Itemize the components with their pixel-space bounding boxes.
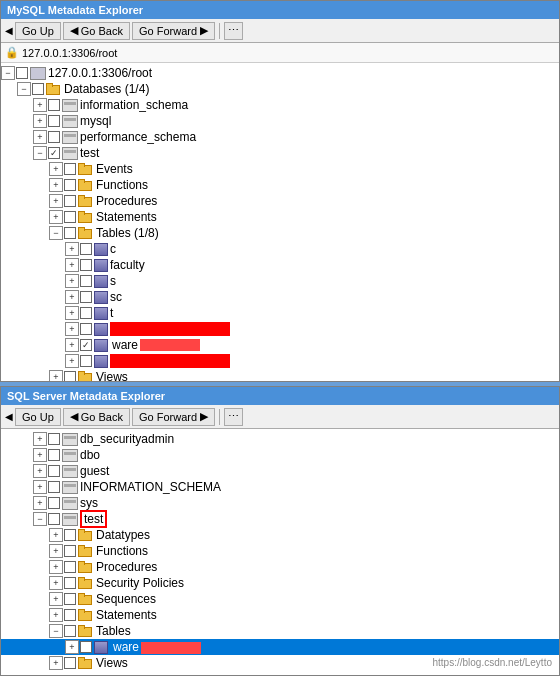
tree-item-tables[interactable]: − Tables (1/8) xyxy=(1,225,559,241)
tree-item-ware[interactable]: +ware xyxy=(1,337,559,353)
expand-button[interactable]: + xyxy=(49,162,63,176)
expand-button[interactable]: + xyxy=(33,130,47,144)
expand-button[interactable]: + xyxy=(65,306,79,320)
tree-checkbox[interactable] xyxy=(64,195,76,207)
tree-checkbox[interactable] xyxy=(48,465,60,477)
expand-button[interactable]: + xyxy=(49,608,63,622)
tree-item-information_schema[interactable]: + information_schema xyxy=(1,97,559,113)
expand-button[interactable]: − xyxy=(33,146,47,160)
tree-item-sys[interactable]: + sys xyxy=(1,495,559,511)
tree-item-procedures_ss[interactable]: + Procedures xyxy=(1,559,559,575)
tree-item-guest[interactable]: + guest xyxy=(1,463,559,479)
tree-checkbox[interactable] xyxy=(64,163,76,175)
mysql-filter-button[interactable]: ⋯ xyxy=(224,22,243,40)
expand-button[interactable]: + xyxy=(49,194,63,208)
tree-item-test[interactable]: − test xyxy=(1,145,559,161)
tree-item-mysql[interactable]: + mysql xyxy=(1,113,559,129)
tree-item-databases[interactable]: − Databases (1/4) xyxy=(1,81,559,97)
tree-item-statements_ss[interactable]: + Statements xyxy=(1,607,559,623)
expand-button[interactable]: + xyxy=(33,98,47,112)
tree-checkbox[interactable] xyxy=(64,657,76,669)
tree-checkbox[interactable] xyxy=(80,243,92,255)
expand-button[interactable]: + xyxy=(33,496,47,510)
tree-item-faculty[interactable]: +faculty xyxy=(1,257,559,273)
tree-item-functions_ss[interactable]: + Functions xyxy=(1,543,559,559)
expand-button[interactable]: + xyxy=(49,560,63,574)
tree-checkbox[interactable] xyxy=(80,641,92,653)
expand-button[interactable]: + xyxy=(33,464,47,478)
tree-checkbox[interactable] xyxy=(48,147,60,159)
tree-item-root[interactable]: −127.0.0.1:3306/root xyxy=(1,65,559,81)
sqlserver-go-forward-button[interactable]: Go Forward ▶ xyxy=(132,408,215,426)
expand-button[interactable]: + xyxy=(49,656,63,670)
expand-button[interactable]: − xyxy=(33,512,47,526)
expand-button[interactable]: + xyxy=(65,242,79,256)
tree-item-tables_ss[interactable]: − Tables xyxy=(1,623,559,639)
tree-item-db_securityadmin[interactable]: + db_securityadmin xyxy=(1,431,559,447)
tree-item-performance_schema[interactable]: + performance_schema xyxy=(1,129,559,145)
tree-checkbox[interactable] xyxy=(64,179,76,191)
tree-item-views[interactable]: + Views xyxy=(1,369,559,381)
mysql-go-forward-button[interactable]: Go Forward ▶ xyxy=(132,22,215,40)
tree-checkbox[interactable] xyxy=(64,529,76,541)
tree-checkbox[interactable] xyxy=(80,275,92,287)
expand-button[interactable]: + xyxy=(65,258,79,272)
tree-item-events[interactable]: + Events xyxy=(1,161,559,177)
tree-checkbox[interactable] xyxy=(48,497,60,509)
tree-checkbox[interactable] xyxy=(48,481,60,493)
expand-button[interactable]: + xyxy=(49,576,63,590)
expand-button[interactable]: + xyxy=(65,640,79,654)
sqlserver-go-back-button[interactable]: ◀ Go Back xyxy=(63,408,130,426)
tree-checkbox[interactable] xyxy=(48,513,60,525)
mysql-go-up-button[interactable]: Go Up xyxy=(15,22,61,40)
tree-checkbox[interactable] xyxy=(80,339,92,351)
tree-item-highlighted2[interactable]: + xyxy=(1,353,559,369)
expand-button[interactable]: + xyxy=(49,544,63,558)
mysql-go-back-button[interactable]: ◀ Go Back xyxy=(63,22,130,40)
expand-button[interactable]: − xyxy=(17,82,31,96)
expand-button[interactable]: + xyxy=(49,178,63,192)
expand-button[interactable]: + xyxy=(65,274,79,288)
expand-button[interactable]: + xyxy=(49,210,63,224)
tree-item-ware_ss[interactable]: +ware xyxy=(1,639,559,655)
expand-button[interactable]: − xyxy=(1,66,15,80)
tree-item-procedures[interactable]: + Procedures xyxy=(1,193,559,209)
expand-button[interactable]: + xyxy=(65,322,79,336)
expand-button[interactable]: + xyxy=(65,354,79,368)
tree-checkbox[interactable] xyxy=(80,307,92,319)
mysql-tree[interactable]: −127.0.0.1:3306/root− Databases (1/4)+ i… xyxy=(1,63,559,381)
tree-item-statements[interactable]: + Statements xyxy=(1,209,559,225)
tree-item-t[interactable]: +t xyxy=(1,305,559,321)
tree-checkbox[interactable] xyxy=(80,355,92,367)
tree-item-security_policies[interactable]: + Security Policies xyxy=(1,575,559,591)
sqlserver-go-up-button[interactable]: Go Up xyxy=(15,408,61,426)
tree-checkbox[interactable] xyxy=(64,227,76,239)
expand-button[interactable]: + xyxy=(49,370,63,381)
tree-checkbox[interactable] xyxy=(80,323,92,335)
expand-button[interactable]: + xyxy=(33,114,47,128)
tree-checkbox[interactable] xyxy=(32,83,44,95)
sqlserver-tree[interactable]: + db_securityadmin+ dbo+ guest+ INFORMAT… xyxy=(1,429,559,675)
expand-button[interactable]: − xyxy=(49,226,63,240)
sqlserver-filter-button[interactable]: ⋯ xyxy=(224,408,243,426)
tree-checkbox[interactable] xyxy=(64,593,76,605)
tree-checkbox[interactable] xyxy=(80,259,92,271)
expand-button[interactable]: + xyxy=(33,480,47,494)
expand-button[interactable]: + xyxy=(33,448,47,462)
expand-button[interactable]: + xyxy=(33,432,47,446)
tree-item-datatypes[interactable]: + Datatypes xyxy=(1,527,559,543)
tree-checkbox[interactable] xyxy=(64,211,76,223)
tree-item-s[interactable]: +s xyxy=(1,273,559,289)
expand-button[interactable]: + xyxy=(65,290,79,304)
expand-button[interactable]: + xyxy=(65,338,79,352)
tree-checkbox[interactable] xyxy=(48,131,60,143)
tree-checkbox[interactable] xyxy=(64,545,76,557)
tree-checkbox[interactable] xyxy=(64,561,76,573)
tree-checkbox[interactable] xyxy=(64,625,76,637)
expand-button[interactable]: + xyxy=(49,592,63,606)
tree-checkbox[interactable] xyxy=(80,291,92,303)
tree-item-information_schema_ss[interactable]: + INFORMATION_SCHEMA xyxy=(1,479,559,495)
tree-item-sc[interactable]: +sc xyxy=(1,289,559,305)
tree-item-c[interactable]: +c xyxy=(1,241,559,257)
tree-item-dbo[interactable]: + dbo xyxy=(1,447,559,463)
